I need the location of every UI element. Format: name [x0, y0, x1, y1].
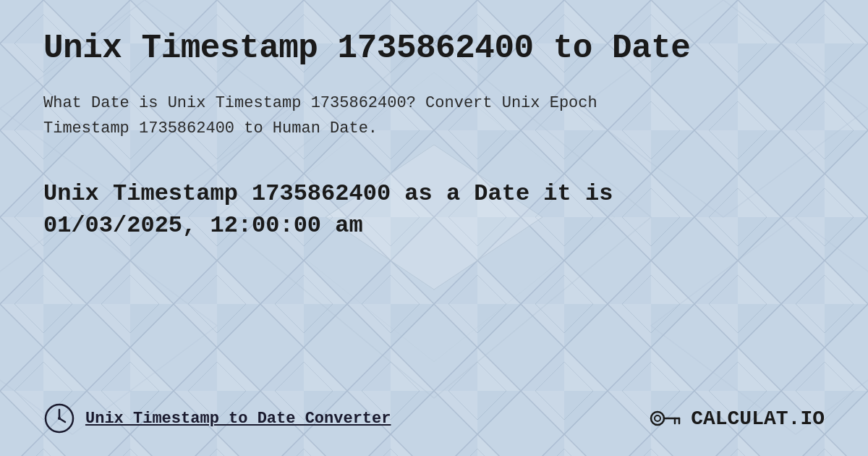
- result-line1: Unix Timestamp 1735862400 as a Date it i…: [43, 180, 613, 207]
- footer: Unix Timestamp to Date Converter CALCULA…: [43, 395, 825, 434]
- description: What Date is Unix Timestamp 1735862400? …: [43, 90, 825, 141]
- svg-point-18: [58, 417, 61, 420]
- logo-icon: [649, 404, 685, 433]
- description-line1: What Date is Unix Timestamp 1735862400? …: [43, 94, 597, 112]
- page-content: Unix Timestamp 1735862400 to Date What D…: [0, 0, 868, 456]
- footer-left: Unix Timestamp to Date Converter: [43, 402, 391, 434]
- logo-text: CALCULAT.IO: [691, 408, 825, 430]
- svg-point-20: [655, 415, 660, 421]
- clock-icon: [43, 402, 75, 434]
- result-text: Unix Timestamp 1735862400 as a Date it i…: [43, 178, 825, 243]
- result-line2: 01/03/2025, 12:00:00 am: [43, 212, 363, 239]
- logo-section: CALCULAT.IO: [649, 404, 825, 433]
- result-section: Unix Timestamp 1735862400 as a Date it i…: [43, 178, 825, 243]
- svg-point-19: [651, 412, 664, 425]
- page-title: Unix Timestamp 1735862400 to Date: [43, 29, 825, 69]
- description-line2: Timestamp 1735862400 to Human Date.: [43, 119, 378, 138]
- main-section: Unix Timestamp 1735862400 to Date What D…: [43, 29, 825, 242]
- footer-link[interactable]: Unix Timestamp to Date Converter: [85, 410, 391, 428]
